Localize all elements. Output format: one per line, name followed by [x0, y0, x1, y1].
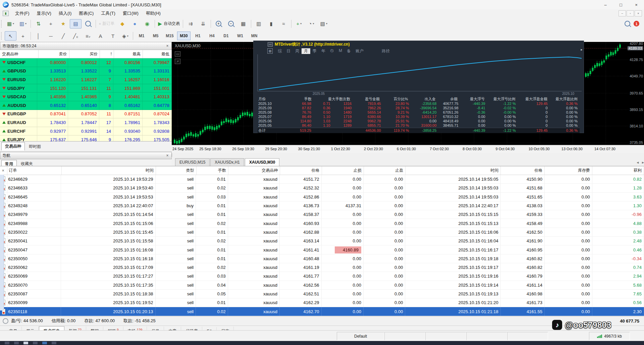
history-col-获利[interactable]: 获利 [592, 166, 644, 175]
mw-col-![interactable]: ! [100, 50, 114, 58]
menu-item-插入(I)[interactable]: 插入(I) [55, 9, 75, 17]
indicators-button[interactable]: +▾ [293, 19, 305, 28]
taskbar-icon[interactable] [14, 342, 19, 344]
timeframe-W1[interactable]: W1 [233, 32, 247, 40]
close-button[interactable]: × [629, 0, 644, 9]
chart-window-icon[interactable]: ▮ [3, 11, 9, 16]
scroll-left-icon[interactable]: ◄ [636, 161, 639, 164]
timeframe-H1[interactable]: H1 [191, 32, 205, 40]
menu-item-工具(T)[interactable]: 工具(T) [97, 9, 119, 17]
taskbar-icon[interactable] [5, 342, 9, 344]
text-button[interactable]: A [95, 31, 106, 41]
chart-tab-XAUUSDx,H1[interactable]: XAUUSDx,H1 [210, 158, 244, 166]
mw-col-交易品种[interactable]: 交易品种 [0, 50, 39, 58]
history-col-价格[interactable]: 价格 [280, 166, 322, 175]
tile-windows-button[interactable]: ▦ [237, 19, 249, 28]
timeframe-M5[interactable]: M5 [149, 32, 162, 40]
history-row[interactable]: 623499882025.10.15 01:15:06sell0.02xauus… [0, 219, 644, 228]
history-row[interactable]: 623500222025.10.15 01:15:45sell0.01xauus… [0, 228, 644, 237]
zoom-in-button[interactable]: + [213, 19, 224, 28]
close-icon[interactable]: × [165, 153, 170, 158]
history-row[interactable]: 623500692025.10.15 01:17:27sell0.03xauus… [0, 272, 644, 281]
menu-item-图表(C)[interactable]: 图表(C) [75, 9, 97, 17]
chart-tab-XAUUSD,M30[interactable]: XAUUSD,M30 [245, 158, 279, 166]
history-row[interactable]: 623500412025.10.15 01:15:58sell0.02xauus… [0, 237, 644, 245]
history-col-手数[interactable]: 手数 [197, 166, 228, 175]
market-watch-row[interactable]: EURGBP0.870410.87052110.871510.87024 [0, 110, 172, 119]
history-col-价格[interactable]: 价格 [501, 166, 545, 175]
cloud-icon[interactable]: ● [129, 19, 141, 28]
crosshair-button[interactable]: + [17, 31, 29, 41]
history-row[interactable]: 623500872025.10.15 01:18:38sell0.05xauus… [0, 290, 644, 298]
market-watch-row[interactable]: EURAUD1.784301.78447171.789611.78343 [0, 118, 172, 127]
child-close-button[interactable]: × [635, 10, 642, 16]
menu-item-窗口(W)[interactable]: 窗口(W) [119, 9, 142, 17]
market-watch-row[interactable]: GBPUSD1.335131.3352291.335351.33131 [0, 67, 172, 76]
history-row[interactable]: 623466292025.10.14 19:53:29sell0.01xauus… [0, 175, 644, 184]
cursor-button[interactable]: ↖ [5, 31, 16, 41]
terminal-button[interactable]: ▤ [70, 19, 82, 28]
timeframe-M1[interactable]: M1 [135, 32, 148, 40]
mw-col-最低[interactable]: 最低 [143, 50, 172, 58]
strategy-tester-button[interactable] [82, 19, 94, 28]
hline-button[interactable]: ─ [45, 31, 57, 41]
taskbar-icon[interactable] [33, 342, 38, 344]
market-watch-row[interactable]: USDJPY151.120151.13111151.869151.001 [0, 84, 172, 93]
label-button[interactable]: T [107, 31, 119, 41]
mw-col-最高[interactable]: 最高 [114, 50, 143, 58]
history-col-类型[interactable]: 类型 [156, 166, 196, 175]
profile-cell[interactable]: Default [337, 332, 384, 340]
broadcast-icon[interactable]: ◉ [141, 19, 153, 28]
menu-item-帮助(H)[interactable]: 帮助(H) [142, 9, 164, 17]
history-row[interactable]: 623500472025.10.15 01:16:08sell0.01xauus… [0, 245, 644, 254]
mw-col-买价[interactable]: 买价 [69, 50, 100, 58]
menu-item-文件(F)[interactable]: 文件(F) [11, 9, 33, 17]
autotrading-button[interactable]: ▶自动交易 [157, 19, 181, 28]
child-minimize-button[interactable]: – [619, 10, 626, 16]
mw-col-卖价[interactable]: 卖价 [39, 50, 69, 58]
new-chart-button[interactable]: ▦▾ [5, 19, 16, 28]
bar-chart-button[interactable]: ▥ [253, 19, 265, 28]
market-watch-row[interactable]: USDCHF0.800000.80012120.801560.79947 [0, 58, 172, 67]
timeframe-MN[interactable]: MN [248, 32, 261, 40]
maximize-button[interactable]: □ [613, 0, 629, 9]
history-row[interactable]: 623501182025.10.15 01:20:13sell0.02xauus… [0, 307, 644, 316]
chart-tab-EURUSD,M15[interactable]: EURUSD,M15 [175, 158, 210, 166]
child-restore-button[interactable]: ▫ [627, 10, 634, 16]
minimize-button[interactable]: – [598, 0, 613, 9]
close-icon[interactable]: × [165, 44, 170, 48]
chart-object-icon[interactable]: ▭ [175, 51, 180, 57]
data-window-button[interactable]: + [45, 19, 57, 28]
history-col-止盈[interactable]: 止盈 [364, 166, 406, 175]
market-watch-row[interactable]: EURUSD1.162201.1622771.162571.16016 [0, 75, 172, 84]
taskbar-icon[interactable] [42, 342, 47, 344]
fibonacci-button[interactable]: ≡F [82, 31, 94, 41]
history-row[interactable]: 623500992025.10.15 01:19:52sell0.01xauus… [0, 298, 644, 307]
profiles-button[interactable]: ▥▾ [17, 19, 29, 28]
navigator-button[interactable]: ★ [57, 19, 69, 28]
timeframe-H4[interactable]: H4 [205, 32, 219, 40]
chart-expand-icon[interactable]: ↗ [175, 59, 180, 64]
menu-item-显示(V)[interactable]: 显示(V) [33, 9, 55, 17]
coin-icon[interactable]: ◆ [116, 19, 128, 28]
timeframe-M15[interactable]: M15 [163, 32, 176, 40]
search-icon[interactable] [622, 19, 633, 28]
history-col-时间[interactable]: 时间 [406, 166, 501, 175]
history-row[interactable]: 623492482025.10.14 22:40:07buy0.01xauusd… [0, 202, 644, 210]
close-icon[interactable]: × [0, 168, 6, 173]
vline-button[interactable]: │ [33, 31, 44, 41]
market-watch-tab-交易品种[interactable]: 交易品种 [1, 142, 25, 151]
taskbar-icon[interactable] [23, 342, 28, 344]
channel-button[interactable]: ╱E [70, 31, 82, 41]
auto-scroll-button[interactable]: ⇉ [185, 19, 197, 28]
chart-shift-button[interactable]: ⇊ [197, 19, 209, 28]
market-watch-row[interactable]: EURCHF0.929770.92991140.930400.92808 [0, 127, 172, 136]
line-chart-button[interactable]: ≈ [278, 19, 289, 28]
market-watch-row[interactable]: USDCAD1.403561.4036591.404811.40313 [0, 93, 172, 101]
market-watch-row[interactable]: AUDUSD0.651320.6514080.651620.64778 [0, 101, 172, 110]
history-row[interactable]: 623500502025.10.15 01:16:18sell0.01xauus… [0, 254, 644, 263]
history-col-订单[interactable]: 订单 [7, 166, 62, 175]
zoom-out-button[interactable]: − [225, 19, 237, 28]
history-row[interactable]: 623500622025.10.15 01:17:09sell0.02xauus… [0, 263, 644, 272]
history-col-库存费[interactable]: 库存费 [545, 166, 592, 175]
